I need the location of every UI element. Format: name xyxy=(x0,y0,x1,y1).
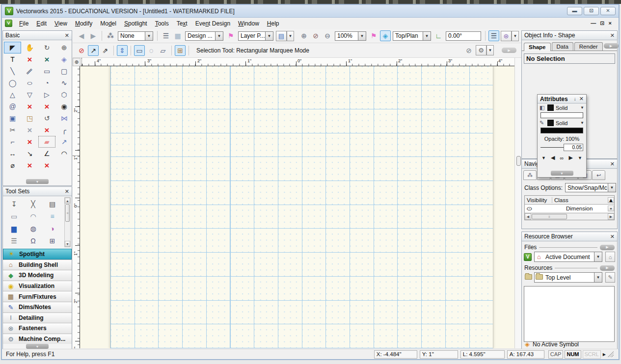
title-bar[interactable]: V Vectorworks 2015 - EDUCATIONAL VERSION… xyxy=(2,5,619,18)
rotation-input[interactable]: 0.00° xyxy=(446,31,481,41)
measuring-tools[interactable]: ☰ xyxy=(4,234,24,247)
menu-spotlight[interactable]: Spotlight xyxy=(120,19,151,28)
polygon-tool[interactable]: ▽ xyxy=(21,89,38,101)
table-row[interactable]: ⊙ Dimension ▼ xyxy=(525,205,614,213)
saved-views-tab[interactable]: ⁂ xyxy=(523,170,537,180)
cabinet-mode-icon[interactable]: ⊞ xyxy=(175,45,186,56)
render-mode-button[interactable]: ⊛▼ xyxy=(501,31,519,41)
tab-shape[interactable]: Shape xyxy=(524,43,551,51)
pen-color-bar[interactable] xyxy=(540,128,583,133)
tool-sets-titlebar[interactable]: Tool Sets ✕ xyxy=(3,187,72,196)
drawing-page[interactable] xyxy=(110,66,493,348)
mdi-restore-button[interactable]: ⊡ xyxy=(600,20,604,26)
unconstrained-dim-tool[interactable]: ↘ xyxy=(21,148,38,159)
select-similar-tool[interactable]: ▣ xyxy=(4,112,21,124)
gel-color-tool[interactable]: ◑ xyxy=(43,222,62,234)
design-layer-select[interactable]: Design ...▼ xyxy=(185,31,223,41)
mirror-tool[interactable]: ⋈ xyxy=(55,112,73,124)
eraser-tool[interactable]: ▰ xyxy=(38,136,55,148)
circle-tool[interactable]: ◯ xyxy=(4,77,21,89)
multiple-scaling-icon[interactable]: ⇗ xyxy=(100,45,110,56)
files-options-button[interactable]: ▶ xyxy=(600,245,615,250)
menu-edit[interactable]: Edit xyxy=(32,19,51,28)
previous-icon[interactable]: ◀ xyxy=(551,155,555,161)
chevron-down-icon[interactable]: ▼ xyxy=(541,156,546,160)
rectangle-tool[interactable]: ▭ xyxy=(38,65,55,77)
resources-select[interactable]: Top Level ▼ xyxy=(534,272,602,283)
straight-truss-tool[interactable]: ▭ xyxy=(4,210,24,222)
polygon-marquee-icon[interactable]: ▱ xyxy=(158,45,168,56)
menu-tools[interactable]: Tools xyxy=(151,19,173,28)
back-icon[interactable]: ◀ xyxy=(76,30,87,41)
more-tabs-button[interactable]: ▶ xyxy=(604,43,619,49)
arc-tool[interactable]: ◔ xyxy=(38,77,55,89)
unavailable-tool[interactable]: × xyxy=(21,159,38,171)
attributes-titlebar[interactable]: Attributes ↓ ✕ xyxy=(538,95,586,104)
pen-style-select[interactable]: Solid xyxy=(556,120,580,126)
ruler-origin-button[interactable]: ⊕ xyxy=(73,58,81,66)
unavailable-tool[interactable]: × xyxy=(38,124,55,136)
references-tab[interactable]: ↩ xyxy=(592,170,605,180)
light-lasso-tool[interactable]: ◍ xyxy=(24,222,43,234)
tooltip-magnifier-icon[interactable]: ⊘ xyxy=(463,45,474,56)
class-layers-icon[interactable]: ☰ xyxy=(161,30,171,41)
radial-dim-tool[interactable]: ⌀ xyxy=(4,159,21,171)
shape-pickup-tool[interactable]: ◳ xyxy=(21,112,38,124)
home-button[interactable]: ⌂ xyxy=(605,252,615,262)
lighting-instrument-tool[interactable]: ↧ xyxy=(4,198,24,210)
visibility-tool[interactable]: ◉ xyxy=(55,101,73,112)
chevron-down-icon[interactable]: ▼ xyxy=(578,156,582,160)
layer-options-select[interactable]: Layer P...▼ xyxy=(238,31,273,41)
delete-vertex-tool[interactable]: × xyxy=(38,53,55,65)
angular-dim-tool[interactable]: ∠ xyxy=(38,148,55,159)
menu-help[interactable]: Help xyxy=(263,19,283,28)
zoom-page-icon[interactable]: ⊕ xyxy=(298,30,309,41)
tool-preferences-button[interactable]: ⚙▼ xyxy=(476,45,494,55)
zoom-tool[interactable]: ⊕ xyxy=(55,42,73,53)
interactive-scaling-icon[interactable]: ↗ xyxy=(88,45,99,56)
resource-list[interactable] xyxy=(524,286,615,342)
close-icon[interactable]: ✕ xyxy=(579,96,584,102)
menu-view[interactable]: View xyxy=(51,19,71,28)
toolset-building-shell[interactable]: ⌂Building Shell xyxy=(3,260,72,270)
fill-style-select[interactable]: Solid xyxy=(556,105,580,111)
minimize-button[interactable]: ▬ xyxy=(567,7,582,15)
close-icon[interactable]: ✕ xyxy=(610,32,615,39)
arc-length-dim-tool[interactable]: ◠ xyxy=(55,148,73,159)
unified-view-icon[interactable]: ◈ xyxy=(380,30,391,41)
status-overflow-button[interactable]: ▶ xyxy=(603,352,606,357)
focus-point-tool[interactable]: ╳ xyxy=(24,198,43,210)
scroll-up-icon[interactable]: ▲ xyxy=(65,198,70,204)
selection-tool[interactable]: ◤ xyxy=(4,42,21,53)
fill-color-bar[interactable] xyxy=(540,112,583,118)
scroll-down-icon[interactable]: ▼ xyxy=(608,206,614,211)
files-select[interactable]: ⌂ Active Document ▼ xyxy=(534,252,602,262)
soft-goods-tool[interactable]: ▆ xyxy=(4,222,24,234)
drawing-canvas[interactable] xyxy=(80,66,514,348)
chevron-down-icon[interactable]: ▼ xyxy=(512,31,519,41)
menu-event-design[interactable]: Event Design xyxy=(191,19,234,28)
magnifier-icon[interactable]: ⊖ xyxy=(322,30,333,41)
zoom-level-select[interactable]: 100%▼ xyxy=(335,31,366,41)
mode-bar-overflow-button[interactable]: ▶ xyxy=(502,48,516,53)
resource-browser-titlebar[interactable]: Resource Browser ✕ xyxy=(522,232,617,241)
toolset-dims-notes[interactable]: ✎Dims/Notes xyxy=(3,302,72,312)
restore-button[interactable]: ⊡ xyxy=(584,7,599,15)
pen-swatch[interactable] xyxy=(547,120,554,126)
next-icon[interactable]: ▶ xyxy=(569,155,573,161)
menu-model[interactable]: Model xyxy=(96,19,120,28)
rectangular-marquee-icon[interactable]: ▭ xyxy=(134,45,145,56)
chevron-down-icon[interactable]: ▼ xyxy=(580,105,584,110)
toolset-visualization[interactable]: ◉Visualization xyxy=(3,281,72,291)
close-icon[interactable]: ✕ xyxy=(65,32,69,39)
snap-loupe-icon[interactable]: ⇕ xyxy=(117,45,128,56)
double-polygon-tool[interactable]: △ xyxy=(4,89,21,101)
regular-polygon-tool[interactable]: ⬡ xyxy=(55,89,73,101)
horizontal-scrollbar[interactable]: ◀ ≡ ▶ xyxy=(525,213,614,220)
unavailable-tool[interactable]: × xyxy=(38,159,55,171)
pan-tool[interactable]: ✋ xyxy=(21,42,38,53)
toolset-furn-fixtures[interactable]: ▦Furn/Fixtures xyxy=(3,291,72,302)
chamfer-tool[interactable]: ⌐ xyxy=(4,136,21,148)
clamp-tool[interactable]: Ω xyxy=(24,234,43,247)
constrained-dim-tool[interactable]: ↔ xyxy=(4,148,21,159)
